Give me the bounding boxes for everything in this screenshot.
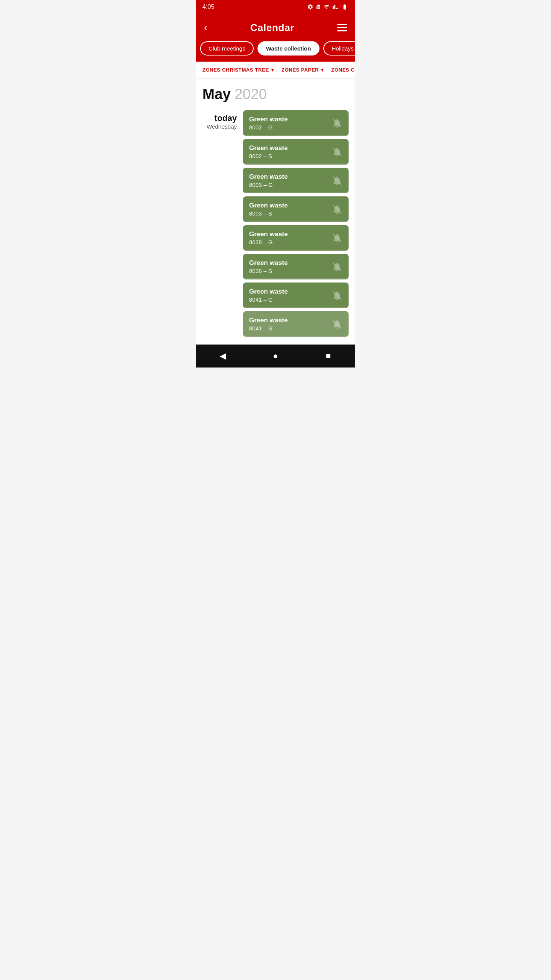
tab-waste-collection[interactable]: Waste collection (258, 41, 320, 56)
waste-card-subtitle: 8002 – G (249, 124, 288, 131)
tab-club-meetings[interactable]: Club meetings (200, 41, 254, 56)
wifi-icon (323, 4, 330, 10)
waste-card-subtitle: 8002 – S (249, 153, 288, 159)
waste-card-title: Green waste (249, 230, 288, 238)
waste-card-title: Green waste (249, 116, 288, 123)
battery-icon (341, 4, 349, 10)
menu-line-2 (337, 27, 347, 28)
waste-card-title: Green waste (249, 259, 288, 267)
zone-filter-christmas-tree[interactable]: ZONES CHRISTMAS TREE ▾ (202, 67, 274, 73)
sim-icon (316, 4, 321, 10)
bell-off-icon (332, 261, 342, 272)
back-nav-button[interactable]: ◀ (215, 348, 230, 364)
bell-off-icon (332, 319, 342, 330)
bell-off-icon (332, 290, 342, 301)
waste-card-subtitle: 8003 – S (249, 210, 288, 217)
waste-items-list: Green waste 8002 – G Green waste 8002 – … (243, 110, 349, 337)
waste-card-title: Green waste (249, 173, 288, 181)
waste-card[interactable]: Green waste 8041 – G (243, 283, 349, 308)
menu-line-3 (337, 30, 347, 31)
menu-button[interactable] (337, 24, 347, 31)
zone-filter-car[interactable]: ZONES CAR ▾ (331, 67, 355, 73)
tab-holidays[interactable]: Holidays (323, 41, 355, 56)
bell-off-icon (332, 118, 342, 129)
waste-card[interactable]: Green waste 8041 – S (243, 311, 349, 337)
day-section: today Wednesday Green waste 8002 – G Gre… (202, 110, 349, 337)
waste-card-title: Green waste (249, 144, 288, 152)
back-button[interactable]: ‹ (204, 21, 207, 34)
waste-card[interactable]: Green waste 8002 – G (243, 110, 349, 136)
waste-card-subtitle: 8038 – S (249, 268, 288, 274)
waste-card[interactable]: Green waste 8003 – S (243, 196, 349, 222)
menu-line-1 (337, 24, 347, 25)
bell-off-icon (332, 204, 342, 215)
main-content: May 2020 today Wednesday Green waste 800… (196, 78, 355, 345)
bell-off-icon (332, 233, 342, 243)
chevron-down-icon: ▾ (321, 67, 324, 73)
chevron-down-icon: ▾ (271, 67, 274, 73)
waste-card[interactable]: Green waste 8038 – G (243, 225, 349, 251)
home-nav-button[interactable]: ● (268, 348, 283, 364)
waste-card-subtitle: 8041 – G (249, 296, 288, 303)
status-time: 4:05 (202, 3, 214, 10)
recents-nav-button[interactable]: ■ (321, 348, 336, 364)
waste-card[interactable]: Green waste 8002 – S (243, 139, 349, 165)
waste-card-subtitle: 8038 – G (249, 239, 288, 245)
top-nav: ‹ Calendar (196, 14, 355, 41)
waste-card-subtitle: 8003 – G (249, 181, 288, 188)
waste-card-title: Green waste (249, 202, 288, 209)
signal-icon (333, 4, 339, 10)
bell-off-icon (332, 147, 342, 157)
waste-card[interactable]: Green waste 8038 – S (243, 254, 349, 279)
zone-filter-paper[interactable]: ZONES PAPER ▾ (281, 67, 323, 73)
bell-off-icon (332, 175, 342, 186)
settings-icon (307, 4, 313, 10)
month-name: May (202, 86, 231, 103)
tab-bar: Club meetings Waste collection Holidays … (196, 41, 355, 62)
waste-card-title: Green waste (249, 288, 288, 296)
day-label: today Wednesday (202, 110, 237, 337)
waste-card-subtitle: 8041 – S (249, 325, 288, 332)
day-label-main: today (202, 113, 237, 123)
status-bar: 4:05 (196, 0, 355, 14)
bottom-nav: ◀ ● ■ (196, 345, 355, 368)
zone-filter-bar: ZONES CHRISTMAS TREE ▾ ZONES PAPER ▾ ZON… (196, 62, 355, 78)
waste-card[interactable]: Green waste 8003 – G (243, 168, 349, 193)
page-title: Calendar (250, 22, 294, 34)
status-icons (307, 4, 349, 10)
month-year: 2020 (235, 86, 267, 103)
day-label-sub: Wednesday (202, 123, 237, 130)
waste-card-title: Green waste (249, 317, 288, 324)
month-heading: May 2020 (202, 86, 349, 103)
